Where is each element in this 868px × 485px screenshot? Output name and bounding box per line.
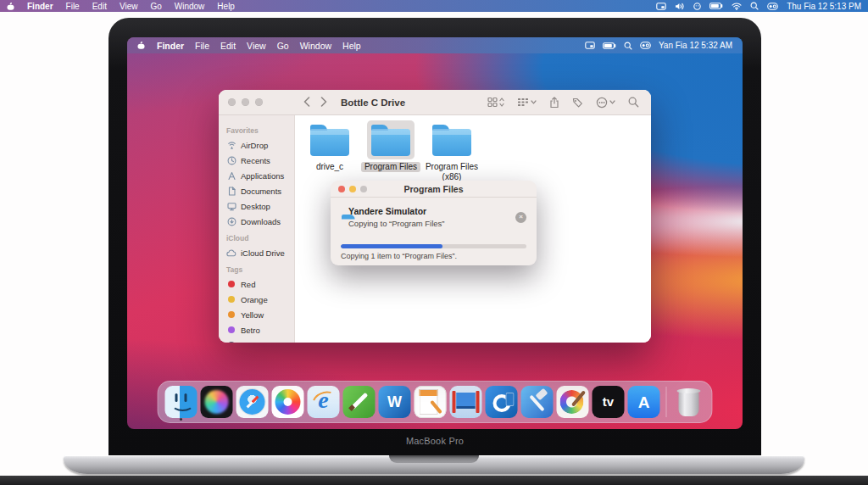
sidebar-item-documents[interactable]: Documents: [226, 183, 294, 198]
host-menubar-clock[interactable]: Thu Fia 12 5:13 PM: [787, 2, 861, 11]
menu-item-file[interactable]: File: [195, 41, 209, 51]
battery-icon[interactable]: [709, 3, 723, 9]
folder-program-files[interactable]: Program Files: [360, 120, 421, 181]
menu-item-window[interactable]: Window: [300, 41, 331, 51]
sidebar-item-orange[interactable]: Orange: [226, 292, 294, 307]
menu-item-help[interactable]: Help: [342, 41, 361, 51]
menu-item-finder[interactable]: Finder: [27, 2, 53, 11]
safari-icon: [236, 386, 269, 418]
search-icon[interactable]: [750, 2, 759, 10]
menu-item-help[interactable]: Help: [217, 2, 235, 11]
menu-item-finder[interactable]: Finder: [157, 41, 184, 51]
siri-icon: [201, 386, 233, 418]
finder-titlebar: Bottle C Drive: [219, 90, 651, 115]
menu-item-go[interactable]: Go: [277, 41, 289, 51]
menu-item-go[interactable]: Go: [150, 2, 161, 11]
photos-icon: [272, 386, 304, 418]
dialog-title: Program Files: [331, 184, 537, 194]
word-dock-icon[interactable]: [378, 383, 412, 421]
device-label: MacBook Pro: [108, 436, 761, 446]
sidebar-item-icloud-drive[interactable]: iCloud Drive: [226, 245, 294, 260]
safari-dock-icon[interactable]: [236, 383, 270, 421]
folder-drive-c[interactable]: drive_c: [299, 120, 360, 181]
tag-button[interactable]: [572, 97, 583, 108]
folder-icon: [432, 129, 471, 156]
zoom-button[interactable]: [255, 98, 263, 106]
paint-dock-icon[interactable]: [556, 383, 590, 421]
search-button[interactable]: [628, 97, 639, 108]
sidebar-item-yellow[interactable]: Yellow: [226, 307, 294, 322]
green-editor-dock-icon[interactable]: [342, 383, 376, 421]
folder-program-files-x86[interactable]: Program Files (x86): [421, 120, 482, 181]
apple-tv-icon: [593, 386, 625, 418]
internet-explorer-dock-icon[interactable]: [307, 383, 341, 421]
green-editor-icon: [343, 386, 376, 418]
textedit-dock-icon[interactable]: [414, 383, 448, 421]
xcode-dock-icon[interactable]: [520, 383, 554, 421]
siri-dock-icon[interactable]: [200, 383, 234, 421]
menu-item-file[interactable]: File: [66, 2, 80, 11]
sidebar-item-red[interactable]: Red: [226, 276, 294, 292]
screenshot-root: FinderFileEditViewGoWindowHelp Thu Fia 1…: [0, 0, 868, 485]
cloud-icon: [226, 249, 236, 257]
word-icon: [379, 386, 411, 418]
back-button[interactable]: [303, 95, 310, 110]
menu-item-view[interactable]: View: [120, 2, 138, 11]
sidebar-item-label: AirDrop: [241, 141, 268, 150]
document-icon: [226, 187, 236, 196]
icon-view-sort-button[interactable]: [487, 97, 504, 108]
sidebar-item-desktop[interactable]: Desktop: [226, 198, 294, 214]
search-icon[interactable]: [624, 42, 632, 50]
forward-button[interactable]: [320, 95, 327, 110]
menu-item-view[interactable]: View: [247, 41, 266, 51]
windows-monitor-dock-icon[interactable]: [449, 383, 483, 421]
background-band: [0, 476, 868, 485]
sidebar-item-label: iCloud Drive: [241, 248, 285, 258]
menu-item-edit[interactable]: Edit: [220, 41, 236, 51]
more-actions-button[interactable]: [596, 97, 615, 109]
outlook-dock-icon[interactable]: [485, 383, 519, 421]
app-store-dock-icon[interactable]: [627, 383, 661, 421]
menu-item-window[interactable]: Window: [175, 2, 205, 11]
display-icon[interactable]: [585, 42, 595, 49]
sidebar-item-butes[interactable]: Butes: [226, 337, 294, 343]
sidebar-item-label: Red: [241, 280, 255, 289]
sidebar-item-airdrop[interactable]: AirDrop: [226, 137, 294, 153]
apple-tv-dock-icon[interactable]: [592, 383, 626, 421]
sidebar-item-betro[interactable]: Betro: [226, 322, 294, 337]
face-icon[interactable]: [693, 3, 701, 10]
sidebar-item-recents[interactable]: Recents: [226, 153, 294, 168]
sidebar-item-applications[interactable]: Applications: [226, 168, 294, 183]
stop-copy-button[interactable]: ×: [515, 212, 526, 223]
sidebar-item-downloads[interactable]: Downloads: [226, 214, 294, 229]
folder-label: Program Files (x86): [421, 162, 482, 181]
folder-icon: [371, 129, 410, 156]
sidebar-item-label: Applications: [241, 171, 284, 181]
apple-menu-icon[interactable]: [137, 41, 145, 50]
close-button[interactable]: [228, 98, 236, 106]
folder-label: Program Files: [361, 162, 420, 172]
control-center-icon[interactable]: [767, 3, 778, 10]
tag-color-dot: [226, 296, 236, 303]
sidebar-item-label: Yellow: [241, 310, 264, 320]
finder-sidebar: FavoritesAirDropRecentsApplicationsDocum…: [219, 115, 295, 343]
finder-dock-icon[interactable]: [164, 383, 198, 421]
control-center-icon[interactable]: [640, 42, 651, 49]
folder-icon: [428, 120, 476, 159]
share-button[interactable]: [549, 97, 559, 109]
macbook-base: [64, 455, 804, 474]
minimize-button[interactable]: [242, 98, 249, 106]
tag-color-dot: [226, 342, 236, 343]
group-by-button[interactable]: [517, 97, 537, 108]
trash-dock-icon[interactable]: [672, 383, 706, 421]
folder-icon: [306, 120, 353, 159]
battery-icon[interactable]: [603, 42, 616, 49]
wifi-icon[interactable]: [732, 3, 742, 10]
macbook-screen-wallpaper: FinderFileEditViewGoWindowHelp Yan Fia 1…: [127, 37, 743, 429]
macos-menubar-clock[interactable]: Yan Fia 12 5:32 AM: [659, 41, 732, 50]
photos-dock-icon[interactable]: [271, 383, 305, 421]
apple-menu-icon[interactable]: [7, 2, 14, 11]
display-icon[interactable]: [656, 3, 666, 10]
menu-item-edit[interactable]: Edit: [92, 2, 107, 11]
volume-icon[interactable]: [675, 3, 685, 10]
